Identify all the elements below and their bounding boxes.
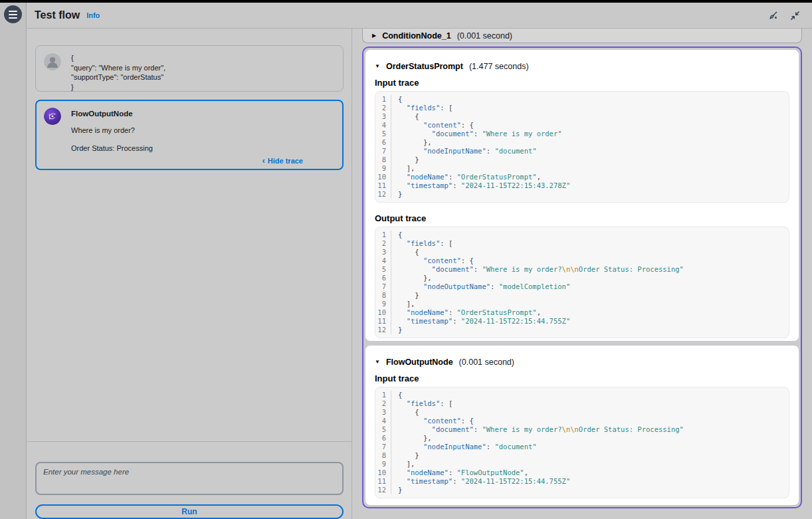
code-line: "fields": [ [391, 104, 453, 112]
trace-panel: ▶ ConditionNode_1 (0.001 second) ▼OrderS… [353, 29, 812, 519]
line-number: 4 [375, 257, 391, 265]
code-line-row: 3 { [375, 408, 789, 417]
code-line-row: 6 }, [375, 138, 789, 147]
line-number: 6 [375, 434, 391, 443]
hamburger-menu-button[interactable] [4, 5, 22, 23]
trace-section-duration: (1.477 seconds) [469, 62, 529, 71]
user-message-body: { "query": "Where is my order", "support… [71, 53, 335, 84]
code-line-row: 12} [375, 326, 789, 334]
panel-header: Test flow Info [27, 3, 812, 29]
line-number: 2 [375, 104, 391, 112]
trace-section-toggle[interactable]: ▼OrderStatusPrompt(1.477 seconds) [375, 60, 789, 72]
code-line-row: 8 } [375, 291, 789, 300]
line-number: 4 [375, 417, 391, 425]
code-line-row: 1{ [375, 391, 789, 399]
bot-message-title: FlowOutputNode [71, 109, 335, 119]
triangle-down-icon: ▼ [375, 360, 380, 365]
info-link[interactable]: Info [86, 11, 100, 19]
code-line: ], [391, 300, 415, 308]
hamburger-icon [9, 11, 17, 12]
line-number: 9 [375, 460, 391, 468]
code-line: } [391, 451, 419, 460]
collapse-arrows-icon [790, 11, 800, 21]
line-number: 6 [375, 138, 391, 147]
trace-highlight-group: ▼OrderStatusPrompt(1.477 seconds)Input t… [362, 47, 802, 508]
code-line: ], [391, 460, 415, 468]
code-line: "nodeName": "OrderStatusPrompt", [391, 173, 541, 181]
broom-icon [768, 11, 778, 21]
code-line-row: 2 "fields": [ [375, 399, 789, 408]
line-number: 8 [375, 451, 391, 460]
code-line: "nodeName": "OrderStatusPrompt", [391, 308, 541, 317]
line-number: 1 [375, 95, 391, 104]
user-message-line: "query": "Where is my order", [71, 63, 335, 73]
code-line: "nodeOutputName": "modelCompletion" [391, 282, 570, 291]
collapse-panel-button[interactable] [789, 9, 801, 22]
line-number: 4 [375, 121, 391, 130]
code-line-row: 10 "nodeName": "OrderStatusPrompt", [375, 173, 789, 181]
message-input[interactable] [35, 462, 344, 495]
clear-conversation-button[interactable] [767, 9, 779, 22]
code-line-row: 12} [375, 190, 789, 199]
hide-trace-link[interactable]: ‹ Hide trace [262, 156, 303, 166]
code-line-row: 6 }, [375, 274, 789, 282]
chat-input-area: Run [27, 441, 352, 519]
code-line-row: 5 "document": "Where is my order?\n\nOrd… [375, 265, 789, 274]
trace-section-toggle[interactable]: ▼FlowOutputNode(0.001 second) [375, 356, 789, 368]
bot-message-card: FlowOutputNode Where is my order? Order … [35, 100, 344, 170]
message-list: { "query": "Where is my order", "support… [27, 29, 352, 441]
trace-section-conditionnode-collapsed[interactable]: ▶ ConditionNode_1 (0.001 second) [362, 29, 802, 43]
bot-avatar [44, 108, 61, 125]
code-line-row: 1{ [375, 95, 789, 104]
code-line-row: 1{ [375, 231, 789, 239]
line-number: 11 [375, 181, 391, 190]
code-line-row: 4 "content": { [375, 257, 789, 265]
code-line-row: 5 "document": "Where is my order" [375, 130, 789, 138]
trace-section-title: FlowOutputNode [386, 358, 453, 367]
code-line: "nodeInputName": "document" [391, 147, 537, 156]
code-line-row: 5 "document": "Where is my order?\n\nOrd… [375, 425, 789, 434]
code-line: "timestamp": "2024-11-15T22:15:44.755Z" [391, 477, 570, 486]
code-line: }, [391, 434, 432, 443]
code-line-row: 3 { [375, 248, 789, 257]
line-number: 2 [375, 239, 391, 248]
line-number: 6 [375, 274, 391, 282]
line-number: 9 [375, 300, 391, 308]
code-line-row: 7 "nodeInputName": "document" [375, 443, 789, 451]
user-message-line: } [71, 82, 335, 92]
code-line-row: 9 ], [375, 300, 789, 308]
code-line-row: 9 ], [375, 460, 789, 468]
line-number: 10 [375, 173, 391, 181]
flow-node-icon [44, 108, 61, 125]
code-line-row: 4 "content": { [375, 121, 789, 130]
line-number: 1 [375, 391, 391, 399]
line-number: 7 [375, 443, 391, 451]
code-line: { [391, 231, 402, 239]
code-line: { [391, 248, 419, 257]
code-block: 1{2 "fields": [3 {4 "content": {5 "docum… [375, 91, 789, 203]
user-message-card: { "query": "Where is my order", "support… [35, 45, 344, 92]
code-line-row: 11 "timestamp": "2024-11-15T22:15:43.278… [375, 181, 789, 190]
code-line: { [391, 112, 419, 121]
user-avatar [44, 53, 61, 70]
trace-section-duration: (0.001 second) [457, 31, 512, 41]
page-title: Test flow [35, 9, 80, 21]
code-line-row: 11 "timestamp": "2024-11-15T22:15:44.755… [375, 317, 789, 326]
code-line: "content": { [391, 417, 474, 425]
code-line-row: 6 }, [375, 434, 789, 443]
line-number: 3 [375, 408, 391, 417]
code-block: 1{2 "fields": [3 {4 "content": {5 "docum… [375, 227, 789, 338]
code-line: "document": "Where is my order?\n\nOrder… [391, 265, 684, 274]
code-line-row: 11 "timestamp": "2024-11-15T22:15:44.755… [375, 477, 789, 486]
code-line: { [391, 391, 402, 399]
line-number: 12 [375, 190, 391, 199]
code-line-row: 8 } [375, 156, 789, 164]
line-number: 11 [375, 477, 391, 486]
chat-panel: { "query": "Where is my order", "support… [27, 29, 352, 519]
line-number: 5 [375, 265, 391, 274]
run-button[interactable]: Run [35, 504, 344, 519]
code-line-row: 2 "fields": [ [375, 104, 789, 112]
line-number: 1 [375, 231, 391, 239]
line-number: 12 [375, 326, 391, 334]
person-icon [44, 53, 61, 70]
